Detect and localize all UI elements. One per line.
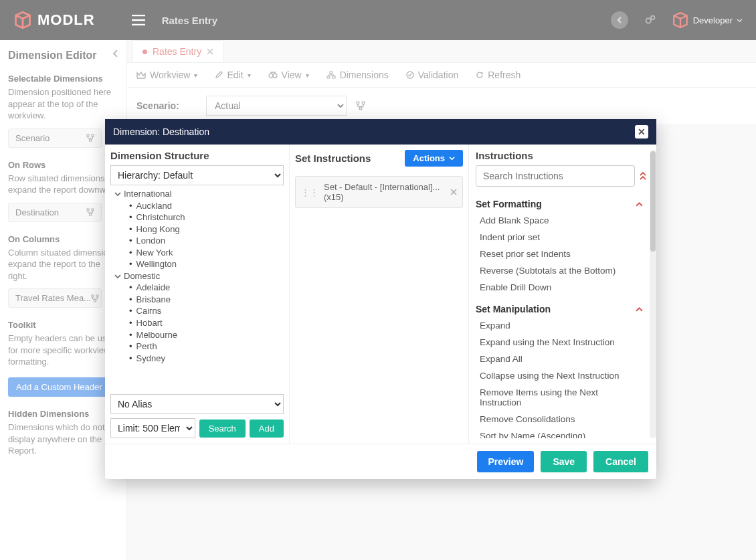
- hamburger-icon[interactable]: [132, 15, 145, 25]
- instr-item[interactable]: Reset prior set Indents: [478, 246, 643, 262]
- toolbar-edit[interactable]: Edit ▾: [215, 70, 250, 80]
- pencil-icon: [215, 71, 223, 79]
- svg-rect-9: [96, 295, 98, 297]
- instr-item[interactable]: Remove Consolidations: [478, 411, 643, 428]
- sidebar-title: Dimension Editor: [8, 50, 118, 62]
- instr-item[interactable]: Expand using the Next Instruction: [478, 334, 643, 351]
- add-custom-header-button[interactable]: Add a Custom Header: [8, 377, 110, 397]
- tree-leaf[interactable]: Hobart: [126, 317, 282, 329]
- sb-selectable-desc: Dimension positioned here appear at the …: [8, 86, 118, 122]
- scrollbar-thumb[interactable]: [650, 151, 656, 252]
- chart-area-icon: [136, 71, 146, 79]
- settings-button[interactable]: [641, 11, 660, 29]
- instr-item[interactable]: Expand All: [478, 351, 643, 367]
- instr-item[interactable]: Add Blank Space: [478, 212, 643, 229]
- search-instructions-input[interactable]: [476, 165, 635, 187]
- svg-rect-10: [94, 300, 96, 302]
- modal-title: Dimension: Destination: [113, 126, 209, 137]
- navbar-right: Developer: [610, 11, 743, 29]
- back-button[interactable]: [610, 11, 629, 29]
- limit-select[interactable]: Limit: 500 Elements: [110, 418, 195, 438]
- modal-close[interactable]: ✕: [635, 125, 648, 138]
- save-button[interactable]: Save: [541, 451, 587, 472]
- dimension-modal: Dimension: Destination ✕ Dimension Struc…: [105, 119, 656, 479]
- group-set-formatting[interactable]: Set Formatting: [476, 199, 643, 209]
- tree-leaf[interactable]: Perth: [126, 341, 282, 353]
- brand-text: MODLR: [37, 11, 95, 29]
- sb-selectable-title: Selectable Dimensions: [8, 74, 118, 84]
- scenario-label: Scenario:: [136, 100, 197, 111]
- tree-node-international[interactable]: International: [114, 188, 282, 200]
- scenario-select[interactable]: Actual: [206, 96, 347, 116]
- scenario-tree-button[interactable]: [356, 101, 365, 110]
- sb-cols-desc: Column situated dimensions expand the re…: [8, 247, 118, 282]
- svg-rect-13: [330, 72, 333, 74]
- tree-leaf[interactable]: Christchurch: [126, 211, 282, 223]
- tree-leaf[interactable]: Wellington: [126, 258, 282, 270]
- instr-item[interactable]: Enable Drill Down: [478, 279, 643, 296]
- toolbar-dimensions[interactable]: Dimensions: [326, 70, 389, 80]
- tree-leaf[interactable]: New York: [126, 247, 282, 259]
- add-button[interactable]: Add: [250, 419, 284, 438]
- chevron-up-icon: [636, 306, 643, 313]
- svg-rect-5: [87, 209, 89, 211]
- chevron-down-icon: [114, 191, 121, 197]
- svg-rect-6: [92, 209, 94, 211]
- tree-leaf[interactable]: Cairns: [126, 305, 282, 317]
- chevron-left-icon: [112, 50, 120, 58]
- tab-rates-entry[interactable]: Rates Entry: [132, 40, 223, 62]
- sb-hidden-title: Hidden Dimensions: [8, 409, 118, 419]
- tree-icon: [91, 294, 99, 302]
- preview-button[interactable]: Preview: [477, 451, 534, 472]
- arrow-left-icon: [616, 16, 624, 24]
- chip-destination[interactable]: Destination: [8, 203, 102, 222]
- chip-scenario[interactable]: Scenario: [8, 128, 102, 148]
- toolbar-validation[interactable]: Validation: [406, 70, 458, 80]
- sb-hidden-desc: Dimensions which do not display anywhere…: [8, 422, 118, 457]
- set-chip-remove[interactable]: [450, 189, 457, 195]
- instr-item[interactable]: Reverse (Subtotals at the Bottom): [478, 262, 643, 279]
- tree-leaf[interactable]: Melbourne: [126, 329, 282, 341]
- tab-label: Rates Entry: [153, 46, 201, 57]
- set-chip[interactable]: ⋮⋮ Set - Default - [International]... (x…: [295, 176, 463, 208]
- chip-travel-rates[interactable]: Travel Rates Mea...: [8, 288, 102, 308]
- instructions-title: Instructions: [476, 150, 652, 161]
- user-label: Developer: [693, 15, 733, 25]
- alias-select[interactable]: No Alias: [110, 394, 284, 414]
- sb-rows-desc: Row situated dimensions expand the repor…: [8, 173, 118, 196]
- svg-rect-4: [90, 139, 92, 141]
- toolbar-refresh[interactable]: Refresh: [476, 70, 521, 80]
- toolbar-workview[interactable]: Workview ▾: [136, 70, 197, 80]
- svg-rect-8: [92, 295, 94, 297]
- brand-logo[interactable]: MODLR: [13, 11, 95, 29]
- instr-item[interactable]: Remove Items using the Next Instruction: [478, 384, 643, 411]
- dimension-tree[interactable]: International Auckland Christchurch Hong…: [110, 185, 284, 394]
- tree-node-domestic[interactable]: Domestic: [114, 270, 282, 282]
- cancel-button[interactable]: Cancel: [593, 451, 648, 472]
- instr-item[interactable]: Sort by Name (Ascending): [478, 428, 643, 438]
- chip-scenario-label: Scenario: [15, 133, 50, 143]
- user-menu[interactable]: Developer: [672, 11, 743, 29]
- instr-item[interactable]: Indent prior set: [478, 229, 643, 246]
- actions-button[interactable]: Actions: [405, 150, 463, 167]
- instructions-scrollbar[interactable]: [650, 150, 656, 438]
- instr-item[interactable]: Expand: [478, 317, 643, 334]
- instr-item[interactable]: Collapse using the Next Instruction: [478, 367, 643, 384]
- chevron-up-icon: [636, 201, 643, 208]
- close-icon: [450, 189, 457, 195]
- group-set-manipulation[interactable]: Set Manipulation: [476, 304, 643, 314]
- toolbar-view[interactable]: View ▾: [268, 70, 309, 80]
- tree-leaf[interactable]: Auckland: [126, 200, 282, 212]
- search-button[interactable]: Search: [199, 419, 246, 438]
- tree-leaf[interactable]: Brisbane: [126, 294, 282, 306]
- hierarchy-select[interactable]: Hierarchy: Default: [110, 165, 284, 185]
- drag-handle-icon[interactable]: ⋮⋮: [301, 187, 318, 197]
- sidebar-collapse[interactable]: [112, 50, 120, 58]
- tree-leaf[interactable]: Sydney: [126, 353, 282, 365]
- tab-close[interactable]: [207, 48, 213, 55]
- tree-leaf[interactable]: Adelaide: [126, 282, 282, 294]
- tab-dirty-dot: [143, 50, 147, 54]
- tree-leaf[interactable]: London: [126, 235, 282, 247]
- close-icon: [207, 48, 213, 55]
- tree-leaf[interactable]: Hong Kong: [126, 223, 282, 236]
